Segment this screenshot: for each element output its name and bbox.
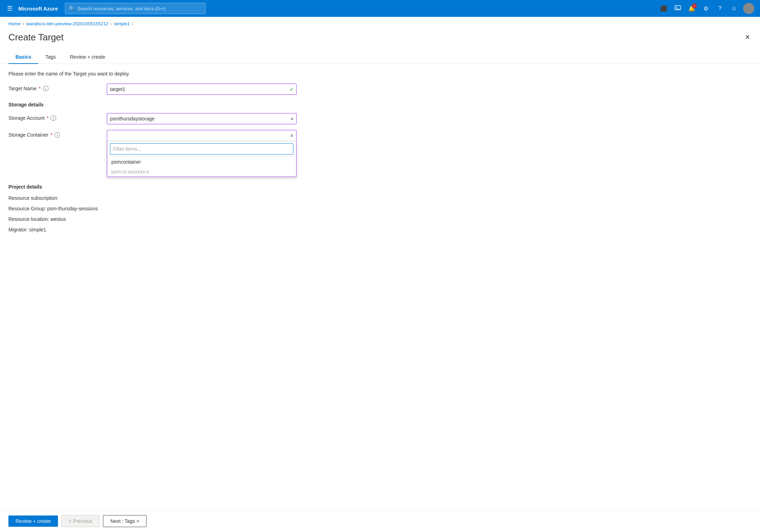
storage-container-control: ∧ psmcontainer psm-ct-xxxxxxx-x: [107, 130, 297, 177]
migrator-row: Migrator: simple1: [8, 227, 752, 232]
tab-tags[interactable]: Tags: [38, 51, 63, 64]
help-icon-btn[interactable]: ?: [714, 2, 726, 15]
resource-group-label: Resource Group: psm-thursday-sessions: [8, 206, 98, 211]
target-name-input-wrapper: ✓: [107, 84, 297, 95]
nav-bar: ☰ Microsoft Azure 🔍 ⬛ 🔔 1 ⚙ ?: [0, 0, 760, 17]
breadcrumb-resource[interactable]: wandisco.ldm-preview-20201005155212: [26, 21, 108, 26]
storage-account-select[interactable]: psmthursdaystorage: [107, 113, 297, 124]
breadcrumb-sep-3: ›: [132, 21, 133, 26]
resource-group-row: Resource Group: psm-thursday-sessions: [8, 206, 752, 211]
resource-location-label: Resource location: westus: [8, 216, 66, 222]
resource-subscription-label: Resource subscription:: [8, 195, 58, 201]
storage-container-row: Storage Container * i ∧ psmcontainer psm…: [8, 130, 752, 177]
brand-name: Microsoft Azure: [18, 6, 58, 12]
breadcrumb-sep-2: ›: [110, 21, 112, 26]
storage-account-required-star: *: [47, 115, 48, 121]
search-icon: 🔍: [69, 6, 75, 11]
breadcrumb-home[interactable]: Home: [8, 21, 21, 26]
project-details-heading: Project details: [8, 184, 752, 190]
required-star: *: [39, 86, 40, 91]
filter-wrap: [107, 141, 296, 157]
breadcrumb-sep-1: ›: [23, 21, 24, 26]
settings-icon-btn[interactable]: ⚙: [700, 2, 712, 15]
storage-account-info-icon[interactable]: i: [51, 115, 56, 121]
tabs-bar: Basics Tags Review + create: [0, 43, 760, 64]
breadcrumb: Home › wandisco.ldm-preview-202010051552…: [0, 17, 760, 29]
migrator-label: Migrator: simple1: [8, 227, 46, 232]
close-button[interactable]: ✕: [743, 32, 752, 42]
cloud-shell-icon: [675, 5, 681, 12]
storage-account-control: psmthursdaystorage ∨: [107, 113, 297, 124]
resource-subscription-row: Resource subscription:: [8, 195, 752, 201]
storage-container-label: Storage Container * i: [8, 130, 107, 138]
page-title: Create Target: [8, 32, 64, 43]
resource-location-row: Resource location: westus: [8, 216, 752, 222]
breadcrumb-simple1[interactable]: simple1: [114, 21, 130, 26]
target-name-row: Target Name * i ✓: [8, 84, 752, 95]
storage-account-label: Storage Account * i: [8, 113, 107, 121]
storage-account-row: Storage Account * i psmthursdaystorage ∨: [8, 113, 752, 124]
cloud-shell-icon-btn[interactable]: [671, 2, 684, 15]
tab-basics[interactable]: Basics: [8, 51, 38, 64]
storage-details-heading: Storage details: [8, 102, 752, 107]
dropdown-item-2[interactable]: psm-ct-xxxxxxx-x: [107, 167, 296, 177]
page-title-row: Create Target ✕: [0, 29, 760, 43]
chevron-up-icon: ∧: [290, 133, 293, 138]
feedback-icon-btn[interactable]: ☺: [728, 2, 740, 15]
dropdown-item-psmcontainer[interactable]: psmcontainer: [107, 157, 296, 167]
target-name-label: Target Name * i: [8, 84, 107, 91]
help-icon: ?: [719, 5, 722, 12]
tab-review-create[interactable]: Review + create: [63, 51, 112, 64]
user-avatar[interactable]: [743, 3, 754, 14]
form-description: Please enter the name of the Target you …: [8, 71, 752, 77]
check-icon: ✓: [290, 86, 294, 92]
nav-icons: ⬛ 🔔 1 ⚙ ? ☺: [657, 2, 754, 15]
settings-icon: ⚙: [703, 5, 708, 12]
storage-container-dropdown: psmcontainer psm-ct-xxxxxxx-x: [107, 141, 297, 177]
notification-badge: 1: [692, 4, 697, 8]
target-name-input[interactable]: [107, 84, 297, 95]
target-name-info-icon[interactable]: i: [43, 86, 48, 91]
search-bar[interactable]: 🔍: [65, 3, 206, 14]
form-content: Please enter the name of the Target you …: [0, 64, 760, 244]
filter-input[interactable]: [110, 143, 293, 155]
notifications-icon-btn[interactable]: 🔔 1: [686, 2, 698, 15]
terminal-icon-btn[interactable]: ⬛: [657, 2, 670, 15]
storage-container-required-star: *: [51, 132, 52, 138]
feedback-icon: ☺: [731, 5, 737, 12]
search-input[interactable]: [78, 6, 202, 11]
storage-container-trigger[interactable]: ∧: [107, 130, 297, 141]
storage-account-select-wrapper: psmthursdaystorage ∨: [107, 113, 297, 124]
target-name-control: ✓: [107, 84, 297, 95]
hamburger-icon[interactable]: ☰: [6, 3, 14, 14]
terminal-icon: ⬛: [660, 5, 667, 12]
storage-container-info-icon[interactable]: i: [54, 132, 60, 138]
